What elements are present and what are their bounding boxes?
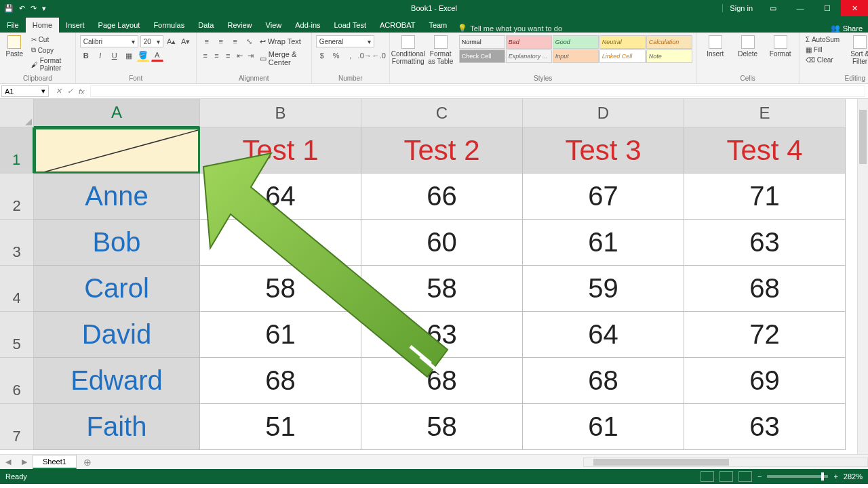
cell[interactable]: David [34, 312, 200, 358]
style-note[interactable]: Note [646, 49, 692, 63]
align-top-icon[interactable]: ≡ [201, 35, 213, 47]
decrease-decimal-icon[interactable]: ←.0 [373, 49, 385, 62]
undo-icon[interactable]: ↶ [19, 4, 25, 13]
cell[interactable]: 68 [684, 266, 846, 312]
cell[interactable]: 51 [200, 404, 361, 450]
col-header-d[interactable]: D [523, 99, 684, 127]
sheet-nav-next-icon[interactable]: ▶ [16, 458, 33, 466]
row-header-4[interactable]: 4 [0, 266, 34, 312]
zoom-level[interactable]: 282% [844, 472, 863, 481]
normal-view-icon[interactable] [701, 471, 714, 482]
clear-button[interactable]: ⌫Clear [804, 56, 842, 64]
decrease-indent-icon[interactable]: ⇤ [235, 49, 244, 62]
share-button[interactable]: 👥Share [831, 24, 863, 33]
row-header-7[interactable]: 7 [0, 404, 34, 450]
col-header-e[interactable]: E [684, 99, 846, 127]
cell[interactable]: Test 4 [684, 127, 846, 174]
zoom-slider[interactable] [767, 475, 828, 478]
save-icon[interactable]: 💾 [4, 4, 14, 13]
style-linked-cell[interactable]: Linked Cell [599, 49, 646, 63]
font-size-select[interactable]: 20▾ [140, 35, 163, 47]
col-header-a[interactable]: A [34, 99, 200, 127]
cell[interactable]: 63 [684, 404, 846, 450]
increase-indent-icon[interactable]: ⇥ [246, 49, 256, 62]
fill-button[interactable]: ▦Fill [804, 45, 842, 54]
format-as-table-button[interactable]: Format as Table [427, 35, 455, 65]
name-box[interactable]: A1▾ [1, 85, 49, 97]
style-bad[interactable]: Bad [506, 35, 552, 49]
add-sheet-button[interactable]: ⊕ [77, 457, 98, 468]
delete-cells-button[interactable]: Delete [734, 35, 762, 58]
tab-addins[interactable]: Add-ins [288, 18, 327, 33]
tab-view[interactable]: View [259, 18, 289, 33]
fx-icon[interactable]: fx [79, 87, 85, 96]
confirm-formula-icon[interactable]: ✓ [67, 87, 73, 96]
align-left-icon[interactable]: ≡ [201, 49, 210, 62]
bold-button[interactable]: B [80, 49, 92, 62]
cell[interactable]: Bob [34, 220, 200, 266]
cell[interactable]: 68 [200, 358, 361, 404]
tab-loadtest[interactable]: Load Test [328, 18, 374, 33]
align-right-icon[interactable]: ≡ [223, 49, 233, 62]
align-center-icon[interactable]: ≡ [212, 49, 222, 62]
style-calculation[interactable]: Calculation [646, 35, 692, 49]
tab-file[interactable]: File [0, 18, 26, 33]
sheet-tab[interactable]: Sheet1 [33, 455, 77, 469]
horizontal-scrollbar[interactable] [583, 458, 868, 467]
tab-home[interactable]: Home [26, 18, 59, 33]
tab-team[interactable]: Team [422, 18, 454, 33]
grow-font-icon[interactable]: A▴ [165, 35, 178, 47]
cell[interactable]: 58 [200, 266, 361, 312]
cell[interactable]: 71 [684, 174, 846, 220]
cell[interactable]: 69 [684, 358, 846, 404]
worksheet-area[interactable]: A B C D E 1 2 3 4 5 6 7 Test 1 Test 2 Te… [0, 99, 868, 454]
cell[interactable]: Test 3 [523, 127, 684, 174]
cell[interactable]: 58 [361, 266, 523, 312]
copy-button[interactable]: ⧉Copy [29, 45, 71, 55]
borders-icon[interactable]: ▦ [123, 49, 135, 62]
formula-input[interactable] [90, 85, 865, 97]
cell[interactable]: 63 [361, 312, 523, 358]
cell[interactable] [200, 220, 361, 266]
tab-data[interactable]: Data [191, 18, 220, 33]
font-name-select[interactable]: Calibri▾ [80, 35, 138, 47]
tab-review[interactable]: Review [220, 18, 258, 33]
vertical-scrollbar[interactable] [857, 99, 868, 454]
tab-insert[interactable]: Insert [59, 18, 92, 33]
select-all-corner[interactable] [0, 99, 34, 127]
cell[interactable]: 64 [200, 174, 361, 220]
row-header-1[interactable]: 1 [0, 127, 34, 174]
cell[interactable]: Carol [34, 266, 200, 312]
insert-cells-button[interactable]: Insert [701, 35, 730, 58]
percent-icon[interactable]: % [330, 49, 342, 62]
scroll-thumb[interactable] [859, 110, 867, 164]
cell[interactable]: 68 [361, 358, 523, 404]
format-cells-button[interactable]: Format [766, 35, 795, 58]
zoom-out-icon[interactable]: − [757, 472, 762, 481]
scroll-thumb[interactable] [593, 459, 729, 466]
ribbon-options-icon[interactable]: ▭ [760, 0, 787, 16]
shrink-font-icon[interactable]: A▾ [180, 35, 192, 47]
cell[interactable]: 61 [200, 312, 361, 358]
cell[interactable]: 68 [523, 358, 684, 404]
number-format-select[interactable]: General▾ [316, 35, 374, 47]
col-header-c[interactable]: C [361, 99, 523, 127]
maximize-button[interactable]: ☐ [814, 0, 841, 16]
autosum-button[interactable]: ΣAutoSum [804, 35, 842, 44]
cell[interactable]: 66 [361, 174, 523, 220]
cell[interactable]: Test 1 [200, 127, 361, 174]
cut-button[interactable]: ✂Cut [29, 35, 71, 44]
font-color-icon[interactable]: A [151, 49, 163, 62]
increase-decimal-icon[interactable]: .0→ [359, 49, 371, 62]
italic-button[interactable]: I [94, 49, 106, 62]
underline-button[interactable]: U [108, 49, 121, 62]
row-header-5[interactable]: 5 [0, 312, 34, 358]
tab-formulas[interactable]: Formulas [146, 18, 191, 33]
orientation-icon[interactable]: ⤡ [243, 35, 256, 47]
wrap-text-button[interactable]: ↩Wrap Text [258, 35, 303, 47]
sign-in-button[interactable]: Sign in [722, 4, 760, 12]
qat-dropdown-icon[interactable]: ▾ [42, 4, 46, 13]
row-header-2[interactable]: 2 [0, 174, 34, 220]
accounting-icon[interactable]: $ [316, 49, 328, 62]
cell[interactable]: 60 [361, 220, 523, 266]
